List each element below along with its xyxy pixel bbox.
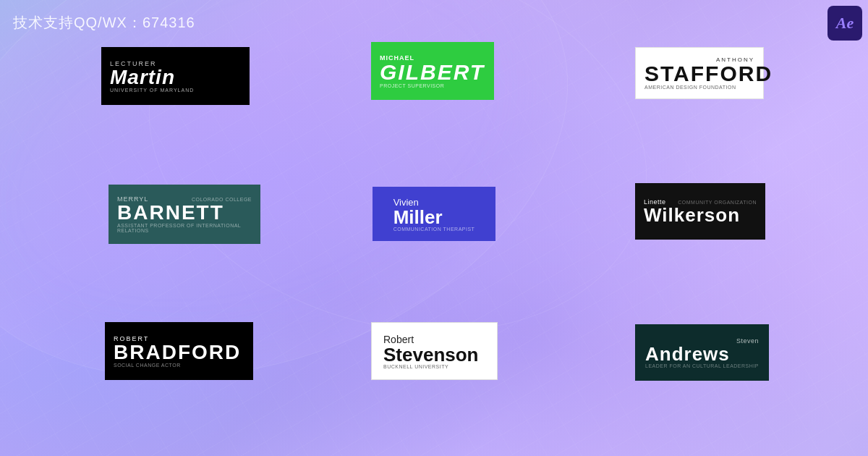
card-john-label: LECTURER: [110, 60, 241, 67]
card-steven-andrews: Steven Andrews LEADER FOR AN CULTURAL LE…: [635, 324, 769, 381]
card-robert-stevenson: Robert Stevenson BUCKNELL UNIVERSITY: [371, 322, 498, 380]
card-robert-bradford: ROBERT BRADFORD SOCIAL CHANGE ACTOR: [105, 322, 253, 380]
card-stafford-name: STAFFORD: [644, 63, 754, 85]
card-miller-last: Miller: [393, 208, 475, 227]
ae-logo: Ae: [827, 6, 862, 41]
cards-container: LECTURER Martin UNIVERSITY OF MARYLAND M…: [0, 0, 868, 456]
card-miller-sub: COMMUNICATION THERAPIST: [393, 227, 475, 232]
watermark-text: 技术支持QQ/WX：674316: [13, 13, 195, 33]
card-john-sub: UNIVERSITY OF MARYLAND: [110, 88, 241, 93]
card-bradford-sub: SOCIAL CHANGE ACTOR: [114, 363, 244, 368]
card-andrews-last: Andrews: [645, 345, 759, 363]
card-stafford-sub: AMERICAN DESIGN FOUNDATION: [644, 85, 754, 90]
card-barnett-name: BARNETT: [117, 203, 252, 223]
card-wilkerson-last: Wilkerson: [644, 206, 757, 224]
card-gilbert-name: GILBERT: [380, 62, 485, 83]
card-andrews-sub: LEADER FOR AN CULTURAL LEADERSHIP: [645, 363, 759, 368]
card-bradford-name: BRADFORD: [114, 342, 244, 363]
card-barnett-sub: ASSISTANT PROFESSOR OF INTERNATIONAL REL…: [117, 223, 252, 233]
card-stevenson-last: Stevenson: [383, 345, 485, 364]
card-anthony-stafford: ANTHONY STAFFORD AMERICAN DESIGN FOUNDAT…: [635, 47, 764, 99]
card-merryl-barnett: MERRYL COLORADO COLLEGE BARNETT ASSISTAN…: [109, 185, 260, 244]
card-john-martin: LECTURER Martin UNIVERSITY OF MARYLAND: [101, 47, 250, 105]
card-michael-gilbert: MICHAEL GILBERT PROJECT SUPERVISOR: [371, 42, 494, 100]
card-gilbert-sub: PROJECT SUPERVISOR: [380, 83, 485, 88]
card-miller-inner: Vivien Miller COMMUNICATION THERAPIST: [393, 197, 475, 232]
card-vivien-miller: Vivien Miller COMMUNICATION THERAPIST: [373, 187, 495, 241]
card-stevenson-sub: BUCKNELL UNIVERSITY: [383, 364, 485, 369]
card-john-name: Martin: [110, 67, 241, 88]
card-linette-wilkerson: Linette COMMUNITY ORGANIZATION Wilkerson: [635, 183, 765, 240]
